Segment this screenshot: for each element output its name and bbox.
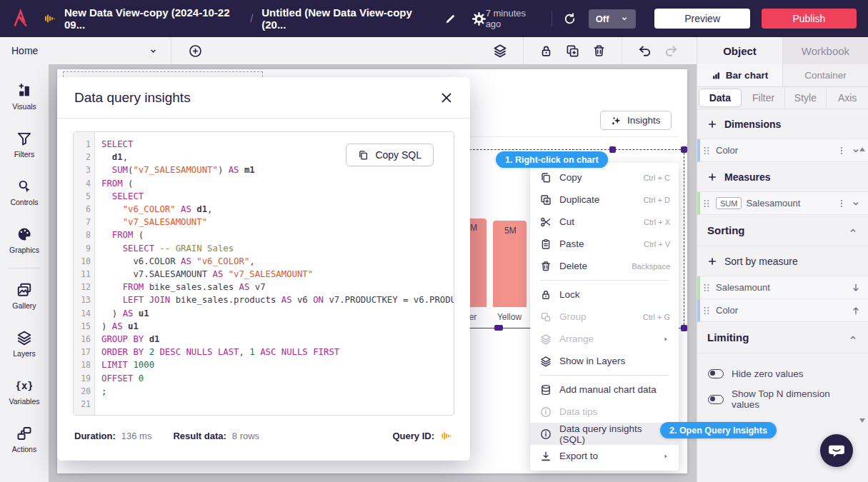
- menu-item-delete[interactable]: DeleteBackspace: [530, 255, 679, 277]
- menu-item-lock[interactable]: Lock: [530, 283, 679, 306]
- edit-title-pencil-icon[interactable]: [444, 13, 457, 25]
- drag-handle-icon[interactable]: [702, 306, 712, 316]
- tab-axis[interactable]: Axis: [827, 87, 868, 109]
- menu-item-add-manual-chart-data[interactable]: Add manual chart data: [530, 378, 679, 401]
- breadcrumb-separator: /: [250, 13, 253, 24]
- menu-item-shortcut: Backspace: [632, 262, 670, 271]
- chevron-down-icon[interactable]: [851, 199, 861, 209]
- breadcrumb-page[interactable]: Untitled (New Data View-copy (20...: [261, 6, 428, 31]
- download-icon: [540, 451, 552, 462]
- tab-object[interactable]: Object: [697, 37, 782, 64]
- trash-toolbar-icon[interactable]: [592, 44, 606, 58]
- add-screen-plus-icon[interactable]: [189, 44, 202, 58]
- sidebar-item-controls[interactable]: Controls: [0, 169, 49, 216]
- plus-icon: [707, 119, 717, 129]
- dimension-label: Color: [716, 145, 738, 156]
- measure-row-salesamount[interactable]: SUM Salesamount: [697, 192, 868, 215]
- menu-item-show-in-layers[interactable]: Show in Layers: [530, 350, 679, 372]
- chat-launcher-button[interactable]: [820, 434, 853, 467]
- settings-gear-icon[interactable]: [472, 12, 486, 26]
- step-1-badge: 1. Right-click on chart: [496, 151, 608, 168]
- menu-item-paste[interactable]: PasteCtrl + V: [530, 233, 679, 255]
- selection-handle[interactable]: [681, 146, 687, 153]
- undo-icon[interactable]: [638, 44, 652, 58]
- chevron-up-icon[interactable]: [848, 226, 858, 236]
- controls-icon: [16, 179, 32, 194]
- tab-container[interactable]: Container: [782, 64, 868, 86]
- menu-item-cut[interactable]: CutCtrl + X: [530, 211, 679, 233]
- sql-line: OFFSET 0: [101, 372, 448, 385]
- measures-header: Measures: [724, 171, 771, 183]
- menu-item-data-tips: Data tips: [530, 401, 679, 423]
- sidebar-item-graphics[interactable]: Graphics: [0, 216, 49, 264]
- add-sort-by-measure-button[interactable]: Sort by measure: [697, 246, 868, 276]
- add-dimensions-button[interactable]: Dimensions: [697, 109, 868, 139]
- kebab-menu-icon[interactable]: [837, 199, 847, 209]
- tab-style[interactable]: Style: [785, 87, 827, 109]
- panel-scroll-up-arrow[interactable]: [859, 147, 865, 151]
- sort-direction-up-icon[interactable]: [851, 306, 861, 316]
- sql-line: "v6_COLOR" AS d1,: [101, 203, 448, 216]
- result-data-value: 8 rows: [232, 431, 259, 441]
- sidebar-item-label: Actions: [12, 445, 36, 453]
- lock-icon: [540, 289, 552, 301]
- refresh-icon[interactable]: [564, 13, 576, 25]
- info-icon: [540, 428, 552, 440]
- sql-line: GROUP BY d1: [101, 333, 448, 346]
- breadcrumb-dataset[interactable]: New Data View-copy (2024-10-22 09...: [64, 6, 241, 31]
- add-measures-button[interactable]: Measures: [697, 162, 868, 192]
- clipboard-icon: [540, 239, 552, 250]
- sidebar-item-actions[interactable]: Actions: [0, 416, 49, 463]
- panel-scroll-down-arrow[interactable]: [859, 418, 865, 423]
- menu-divider: [540, 375, 669, 376]
- sql-line: ) AS u1: [101, 320, 448, 333]
- drag-handle-icon[interactable]: [702, 283, 712, 293]
- last-updated-text: 7 minutes ago: [486, 8, 540, 29]
- insights-button[interactable]: Insights: [600, 111, 672, 130]
- menu-item-shortcut: Ctrl + D: [643, 196, 670, 204]
- sql-line: ;: [101, 385, 448, 398]
- sort-direction-down-icon[interactable]: [851, 283, 861, 293]
- close-icon[interactable]: [440, 91, 453, 104]
- sort-row-color[interactable]: Color: [697, 299, 868, 322]
- drag-handle-icon[interactable]: [702, 199, 712, 209]
- sidebar-item-variables[interactable]: {x}Variables: [0, 368, 49, 416]
- drag-handle-icon[interactable]: [702, 146, 712, 156]
- duplicate-toolbar-icon[interactable]: [566, 44, 579, 58]
- sidebar-item-layers[interactable]: Layers: [0, 320, 49, 368]
- preview-button[interactable]: Preview: [654, 9, 749, 29]
- copy-sql-button[interactable]: Copy SQL: [346, 144, 434, 166]
- sql-line: "v7_SALESAMOUNT": [101, 216, 448, 229]
- menu-item-copy[interactable]: CopyCtrl + C: [530, 166, 679, 189]
- sidebar-item-gallery[interactable]: Gallery: [0, 272, 49, 320]
- menu-item-data-query-insights-sql[interactable]: Data query insights (SQL): [530, 423, 679, 445]
- tab-filter[interactable]: Filter: [743, 87, 785, 109]
- selection-handle[interactable]: [681, 325, 687, 331]
- chevron-up-icon[interactable]: [848, 333, 858, 343]
- show-top-n-toggle[interactable]: [708, 395, 724, 404]
- toolbar-divider: [622, 37, 622, 64]
- sidebar-item-filters[interactable]: Filters: [0, 121, 49, 169]
- sidebar-item-visuals[interactable]: Visuals: [0, 73, 49, 121]
- redo-icon[interactable]: [664, 44, 678, 58]
- kebab-menu-icon[interactable]: [837, 146, 847, 156]
- menu-item-duplicate[interactable]: DuplicateCtrl + D: [530, 189, 679, 211]
- screen-selector[interactable]: Home: [0, 37, 171, 64]
- menu-item-export-to[interactable]: Export to: [530, 445, 679, 467]
- aggregation-chip[interactable]: SUM: [716, 197, 742, 209]
- modal-header: Data query insights: [57, 77, 470, 119]
- lock-toolbar-icon[interactable]: [539, 44, 553, 58]
- sort-row-salesamount[interactable]: Salesamount: [697, 276, 868, 299]
- tab-workbook[interactable]: Workbook: [782, 37, 868, 64]
- publish-button[interactable]: Publish: [762, 9, 857, 29]
- sort-by-measure-label: Sort by measure: [724, 256, 798, 267]
- dimension-row-color[interactable]: Color: [697, 139, 868, 162]
- selection-handle[interactable]: [494, 325, 503, 331]
- layers-toolbar-icon[interactable]: [493, 44, 507, 58]
- hide-zero-values-toggle[interactable]: [708, 369, 724, 378]
- tab-data[interactable]: Data: [699, 89, 742, 107]
- menu-item-shortcut: Ctrl + X: [644, 218, 670, 226]
- auto-refresh-dropdown[interactable]: Off: [589, 9, 637, 29]
- tab-bar-chart[interactable]: Bar chart: [697, 64, 782, 86]
- selection-handle[interactable]: [609, 146, 616, 153]
